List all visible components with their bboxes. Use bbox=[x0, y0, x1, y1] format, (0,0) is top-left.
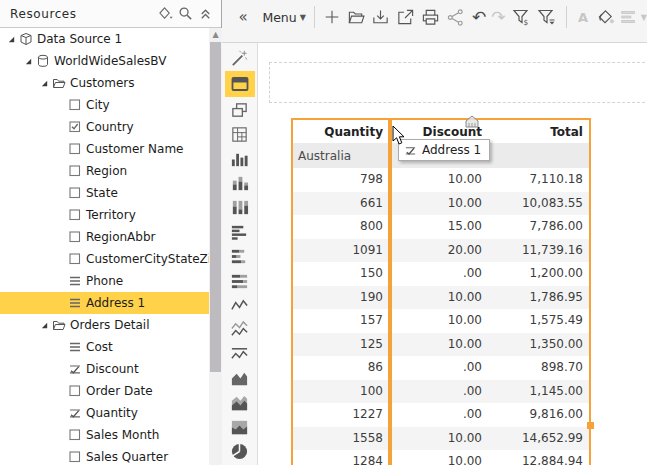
checkbox-icon[interactable] bbox=[67, 186, 83, 200]
toolbox-full-stacked-area-chart[interactable] bbox=[225, 416, 255, 439]
toolbox-stacked-area-chart[interactable] bbox=[225, 392, 255, 415]
scroll-up-button[interactable]: ▲ bbox=[209, 28, 222, 41]
tree-scrollbar[interactable]: ▲ bbox=[209, 28, 222, 465]
fill-color-button[interactable] bbox=[595, 6, 616, 28]
collapse-panel-button[interactable]: « bbox=[236, 6, 250, 28]
checkbox-icon[interactable] bbox=[67, 230, 83, 244]
tree-item-orders-detail[interactable]: Orders Detail bbox=[0, 314, 209, 336]
grid-item[interactable]: Quantity Discount Total Australia 79810.… bbox=[291, 118, 591, 465]
print-button[interactable] bbox=[420, 6, 441, 28]
tree-item-sales-month[interactable]: Sales Month bbox=[0, 424, 209, 446]
checkbox-icon[interactable] bbox=[67, 252, 83, 266]
tree-item-city[interactable]: City bbox=[0, 94, 209, 116]
drop-indicator bbox=[388, 118, 392, 465]
resources-panel-header: Resources bbox=[0, 0, 221, 28]
tree-item-quantity[interactable]: Quantity bbox=[0, 402, 209, 424]
tree-item-customercitystatezip[interactable]: CustomerCityStateZip bbox=[0, 248, 209, 270]
toolbox-line-chart[interactable] bbox=[225, 294, 255, 317]
tree-item-state[interactable]: State bbox=[0, 182, 209, 204]
tree-item-customers[interactable]: Customers bbox=[0, 72, 209, 94]
redo-button[interactable]: ↷ bbox=[489, 6, 508, 28]
expander-icon[interactable] bbox=[37, 319, 51, 331]
expander-icon[interactable] bbox=[4, 33, 18, 45]
filter-values-button[interactable]: $ bbox=[510, 6, 532, 28]
tree-item-cost[interactable]: Cost bbox=[0, 336, 209, 358]
folder-icon bbox=[51, 318, 67, 332]
tree-item-region[interactable]: Region bbox=[0, 160, 209, 182]
tree-item-discount[interactable]: Discount bbox=[0, 358, 209, 380]
toolbox-bar-chart[interactable] bbox=[225, 221, 255, 244]
tree-item-sales-quarter[interactable]: Sales Quarter bbox=[0, 446, 209, 465]
item-type-toolbox bbox=[222, 43, 258, 465]
table-row: 80015.007,786.00 bbox=[293, 215, 589, 239]
table-row: 1227.009,816.00 bbox=[293, 403, 589, 427]
table-row: 19010.001,786.95 bbox=[293, 286, 589, 310]
new-button[interactable] bbox=[323, 6, 342, 28]
toolbox-full-stacked-line-chart[interactable] bbox=[225, 343, 255, 366]
table-row: 109120.0011,739.16 bbox=[293, 239, 589, 263]
font-button[interactable]: A bbox=[575, 6, 591, 28]
collapse-all-icon[interactable] bbox=[195, 4, 215, 24]
checkbox-icon[interactable] bbox=[67, 384, 83, 398]
checkbox-icon[interactable] bbox=[67, 450, 83, 464]
export-button[interactable] bbox=[395, 6, 416, 28]
tree-item-worldwidesalesbv[interactable]: WorldWideSalesBV bbox=[0, 50, 209, 72]
tree-item-data-source-1[interactable]: Data Source 1 bbox=[0, 28, 209, 50]
insert-position-icon bbox=[464, 115, 480, 131]
toolbox-cards[interactable] bbox=[225, 99, 255, 122]
checkbox-icon[interactable] bbox=[67, 98, 83, 112]
toolbox-area-chart[interactable] bbox=[225, 367, 255, 390]
checkbox-icon[interactable] bbox=[67, 208, 83, 222]
tree-item-customer-name[interactable]: Customer Name bbox=[0, 138, 209, 160]
toolbox-pivot[interactable] bbox=[225, 123, 255, 146]
panel-title: Resources bbox=[10, 7, 155, 21]
align-button[interactable]: ▼ bbox=[620, 6, 647, 28]
toolbox-column-chart[interactable] bbox=[225, 148, 255, 171]
toolbox-wizard[interactable] bbox=[225, 47, 255, 70]
drag-tooltip: Address 1 bbox=[398, 139, 490, 161]
checkbox-icon[interactable] bbox=[67, 164, 83, 178]
tree-item-phone[interactable]: Phone bbox=[0, 270, 209, 292]
expander-icon[interactable] bbox=[21, 55, 35, 67]
tree-item-address-1[interactable]: Address 1 bbox=[0, 292, 209, 314]
toolbox-stacked-line-chart[interactable] bbox=[225, 318, 255, 341]
drag-tooltip-label: Address 1 bbox=[422, 143, 481, 157]
open-button[interactable] bbox=[346, 6, 367, 28]
undo-button[interactable]: ↶ bbox=[470, 6, 489, 28]
svg-text:$: $ bbox=[524, 18, 529, 27]
tree-item-order-date[interactable]: Order Date bbox=[0, 380, 209, 402]
table-row: 100.001,145.00 bbox=[293, 380, 589, 404]
search-icon[interactable] bbox=[175, 4, 195, 24]
column-header-quantity[interactable]: Quantity bbox=[293, 120, 391, 143]
toolbox-stacked-bar-chart[interactable] bbox=[225, 245, 255, 268]
dimension-field-icon bbox=[67, 274, 83, 288]
toolbox-full-stacked-bar-chart[interactable] bbox=[225, 270, 255, 293]
folder-icon bbox=[51, 76, 67, 90]
table-row: 155810.0014,652.99 bbox=[293, 427, 589, 451]
toolbox-grid[interactable] bbox=[225, 71, 255, 97]
scrollbar-thumb[interactable] bbox=[210, 42, 221, 372]
resources-panel: Resources Data Source 1 WorldWideSalesBV… bbox=[0, 0, 222, 465]
filter-button[interactable] bbox=[534, 6, 558, 28]
toolbox-pie-chart[interactable] bbox=[225, 441, 255, 464]
dashboard-canvas[interactable]: Quantity Discount Total Australia 79810.… bbox=[258, 43, 647, 465]
share-icon[interactable] bbox=[445, 6, 466, 28]
checkbox-checked-icon[interactable] bbox=[67, 120, 83, 134]
measure-field-icon bbox=[67, 362, 83, 376]
tree-item-country[interactable]: Country bbox=[0, 116, 209, 138]
tree-item-regionabbr[interactable]: RegionAbbr bbox=[0, 226, 209, 248]
empty-item-placeholder[interactable] bbox=[269, 62, 647, 103]
checkbox-icon[interactable] bbox=[67, 428, 83, 442]
expander-icon[interactable] bbox=[37, 77, 51, 89]
mouse-cursor bbox=[392, 125, 406, 149]
column-header-total[interactable]: Total bbox=[490, 120, 589, 143]
resize-handle[interactable] bbox=[587, 422, 594, 429]
checkbox-icon[interactable] bbox=[67, 142, 83, 156]
toolbox-stacked-column-chart[interactable] bbox=[225, 172, 255, 195]
tree-item-territory[interactable]: Territory bbox=[0, 204, 209, 226]
toolbox-full-stacked-column-chart[interactable] bbox=[225, 196, 255, 219]
sort-icon[interactable] bbox=[155, 4, 175, 24]
menu-button[interactable]: Menu▼ bbox=[262, 6, 305, 28]
save-button[interactable] bbox=[371, 6, 392, 28]
chevron-down-icon: ▼ bbox=[641, 13, 647, 22]
